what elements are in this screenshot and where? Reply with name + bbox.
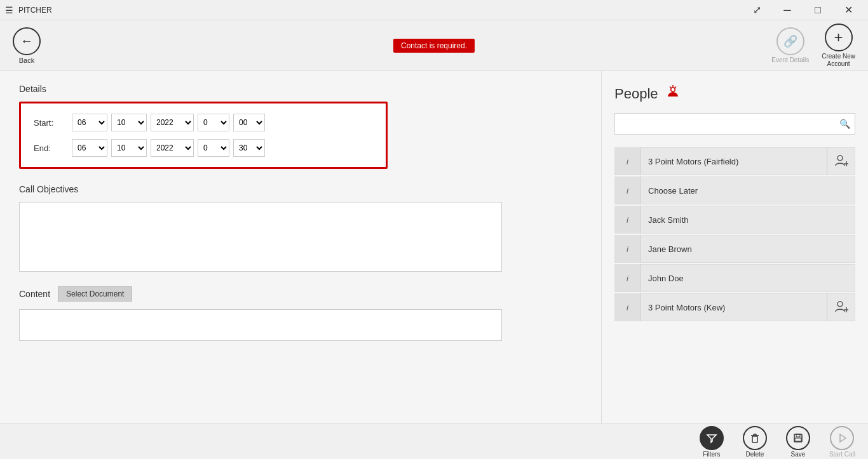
people-item-add-action[interactable]	[827, 293, 855, 321]
details-section-title: Details	[19, 84, 582, 94]
event-details-icon: 🔗	[776, 27, 804, 55]
filters-button[interactable]: Filters	[700, 426, 724, 458]
content-area	[19, 309, 502, 341]
people-item[interactable]: i Choose Later	[614, 176, 855, 204]
start-selects: 06 10 2022 0 00	[72, 114, 265, 131]
minimize-button[interactable]: ─	[773, 0, 802, 20]
svg-marker-16	[840, 434, 846, 442]
end-month-select[interactable]: 06	[72, 139, 107, 157]
content-header-row: Content Select Document	[19, 286, 582, 302]
people-item[interactable]: i 3 Point Motors (Kew)	[614, 293, 855, 321]
people-item-name: 3 Point Motors (Fairfield)	[641, 157, 827, 166]
people-header: People	[614, 84, 855, 104]
start-month-select[interactable]: 06	[72, 114, 107, 131]
maximize-button[interactable]: □	[803, 0, 832, 20]
people-item-info-icon: i	[615, 206, 641, 234]
title-bar-left: ☰ PITCHER	[5, 5, 52, 15]
window-controls: ⤢ ─ □ ✕	[742, 0, 863, 20]
people-search-input[interactable]	[614, 113, 855, 135]
end-selects: 06 10 2022 0 30	[72, 139, 265, 157]
call-objectives-textarea[interactable]	[19, 202, 502, 272]
add-person-icon	[834, 154, 848, 170]
content-title: Content	[19, 289, 50, 299]
start-minute-select[interactable]: 00	[233, 114, 265, 131]
hamburger-menu[interactable]: ☰	[5, 5, 13, 15]
people-item[interactable]: i 3 Point Motors (Fairfield)	[614, 147, 855, 175]
people-item-name: Jack Smith	[641, 215, 855, 225]
create-new-account-button[interactable]: + Create NewAccount	[822, 23, 855, 68]
people-item-info-icon: i	[615, 147, 641, 175]
toolbar-left: ← Back	[13, 27, 41, 64]
people-item-info-icon: i	[615, 176, 641, 204]
people-item-info-icon: i	[615, 264, 641, 292]
save-button[interactable]: Save	[786, 426, 810, 458]
event-details-button[interactable]: 🔗 Event Details	[771, 27, 809, 64]
people-item-name: John Doe	[641, 274, 855, 283]
filters-label: Filters	[703, 451, 720, 458]
create-new-account-icon: +	[825, 23, 853, 51]
main-content: Details Start: 06 10 2022 0	[0, 71, 868, 423]
toolbar: ← Back Contact is required. 🔗 Event Deta…	[0, 20, 868, 71]
back-label: Back	[19, 57, 34, 64]
end-year-select[interactable]: 2022	[151, 139, 194, 157]
select-document-button[interactable]: Select Document	[58, 286, 132, 302]
people-list: i 3 Point Motors (Fairfield) i	[614, 147, 855, 321]
start-row: Start: 06 10 2022 0 00	[34, 114, 373, 131]
delete-label: Delete	[745, 451, 764, 458]
end-minute-select[interactable]: 30	[233, 139, 265, 157]
event-details-label: Event Details	[771, 57, 809, 64]
people-item-add-action[interactable]	[827, 147, 855, 175]
svg-rect-15	[795, 438, 801, 441]
save-label: Save	[790, 451, 805, 458]
people-item-name: Choose Later	[641, 186, 855, 196]
people-item-info-icon: i	[615, 293, 641, 321]
back-button[interactable]: ← Back	[13, 27, 41, 64]
start-label: Start:	[34, 118, 72, 128]
svg-point-2	[837, 156, 843, 161]
people-item[interactable]: i Jack Smith	[614, 206, 855, 234]
start-call-button[interactable]: Start Call	[829, 426, 855, 458]
back-circle: ←	[13, 27, 41, 55]
people-item[interactable]: i Jane Brown	[614, 235, 855, 263]
close-button[interactable]: ✕	[834, 0, 863, 20]
call-objectives-section: Call Objectives	[19, 184, 582, 274]
error-message: Contact is required.	[393, 39, 475, 53]
delete-button[interactable]: Delete	[743, 426, 767, 458]
right-panel: People 🔍 i 3 Point Motors (	[601, 71, 868, 423]
add-person-icon	[834, 300, 848, 316]
create-new-account-label: Create NewAccount	[822, 53, 855, 68]
svg-rect-8	[752, 436, 757, 442]
end-label: End:	[34, 143, 72, 153]
title-bar: ☰ PITCHER ⤢ ─ □ ✕	[0, 0, 868, 20]
people-item-name: Jane Brown	[641, 244, 855, 254]
save-icon	[786, 426, 810, 450]
people-item[interactable]: i John Doe	[614, 264, 855, 292]
details-box: Start: 06 10 2022 0 00	[19, 102, 388, 169]
filters-icon	[700, 426, 724, 450]
fullscreen-button[interactable]: ⤢	[742, 0, 771, 20]
people-item-info-icon: i	[615, 235, 641, 263]
left-panel: Details Start: 06 10 2022 0	[0, 71, 601, 423]
start-call-icon	[830, 426, 854, 450]
people-item-name: 3 Point Motors (Kew)	[641, 303, 827, 312]
start-year-select[interactable]: 2022	[151, 114, 194, 131]
people-search-box: 🔍	[614, 113, 855, 135]
people-title: People	[614, 86, 658, 102]
end-hour-select[interactable]: 0	[198, 139, 229, 157]
call-objectives-title: Call Objectives	[19, 184, 582, 194]
start-day-select[interactable]: 10	[111, 114, 147, 131]
app-title: PITCHER	[18, 6, 52, 15]
start-hour-select[interactable]: 0	[198, 114, 229, 131]
people-search-button[interactable]: 🔍	[834, 113, 855, 135]
svg-point-5	[837, 302, 843, 307]
people-location-icon	[665, 84, 681, 104]
end-row: End: 06 10 2022 0 30	[34, 139, 373, 157]
delete-icon	[743, 426, 767, 450]
end-day-select[interactable]: 10	[111, 139, 147, 157]
bottom-bar: Filters Delete Save	[0, 423, 868, 459]
start-call-label: Start Call	[829, 451, 855, 458]
toolbar-right: 🔗 Event Details + Create NewAccount	[771, 23, 855, 68]
content-section: Content Select Document	[19, 286, 582, 341]
svg-point-1	[671, 88, 674, 91]
toolbar-center: Contact is required.	[393, 41, 475, 50]
